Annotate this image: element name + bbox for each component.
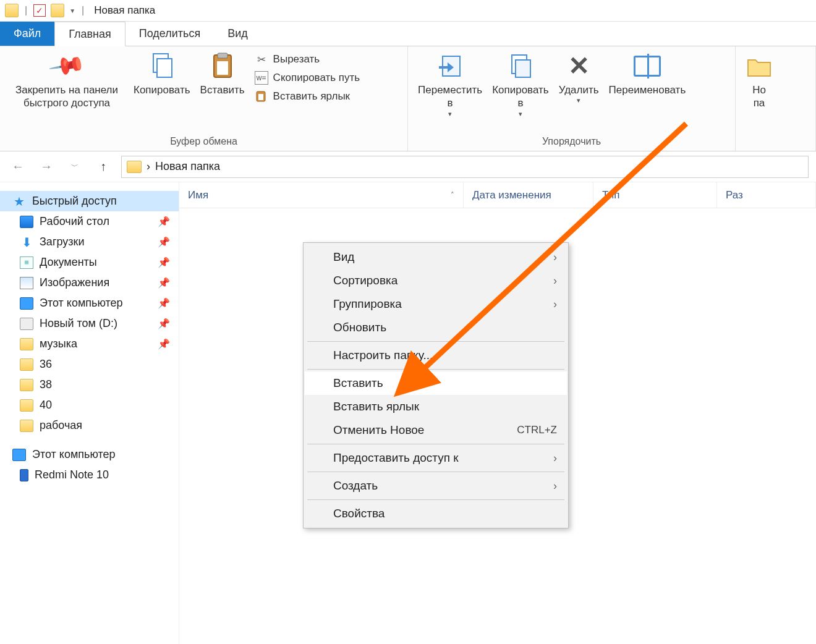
sidebar-this-pc[interactable]: Этот компьютер: [0, 444, 179, 465]
sidebar-item-this-pc-qa[interactable]: Этот компьютер 📌: [0, 293, 179, 313]
scissors-icon: ✂: [255, 53, 268, 66]
ribbon-tabs: Файл Главная Поделиться Вид: [0, 22, 816, 46]
chevron-down-icon: ▾: [448, 110, 452, 119]
qat-separator-2: |: [82, 5, 84, 16]
column-date[interactable]: Дата изменения: [464, 182, 593, 208]
sidebar-item-desktop[interactable]: Рабочий стол 📌: [0, 211, 179, 232]
pin-icon: 📌: [53, 53, 80, 80]
pc-icon: [12, 449, 26, 461]
sidebar-item-38[interactable]: 38: [0, 375, 179, 395]
move-to-button[interactable]: Переместить в ▾: [413, 50, 487, 121]
ribbon-group-organize: Переместить в ▾ Копировать в ▾ ✕ Удалить…: [408, 46, 736, 151]
sidebar-item-documents[interactable]: ≡ Документы 📌: [0, 252, 179, 273]
nav-history-dropdown[interactable]: ﹀: [64, 156, 85, 177]
copy-icon: [148, 53, 176, 80]
sidebar-item-40[interactable]: 40: [0, 395, 179, 415]
images-icon: [20, 277, 33, 289]
copy-to-button[interactable]: Копировать в ▾: [487, 50, 554, 121]
rename-button[interactable]: Переименовать: [604, 50, 691, 99]
column-type[interactable]: Тип: [593, 182, 717, 208]
chevron-down-icon: ▾: [577, 96, 580, 105]
navigation-pane: ★ Быстрый доступ Рабочий стол 📌 ⬇ Загруз…: [0, 182, 179, 644]
cm-properties[interactable]: Свойства: [305, 502, 567, 525]
svg-rect-10: [516, 60, 530, 77]
cm-paste-shortcut[interactable]: Вставить ярлык: [305, 395, 567, 418]
cm-separator: [307, 444, 564, 444]
breadcrumb-folder-icon: [127, 161, 142, 173]
folder-icon: [20, 338, 33, 350]
copy-button[interactable]: Копировать: [129, 50, 195, 99]
pin-icon: 📌: [158, 338, 170, 350]
chevron-right-icon: ›: [553, 251, 557, 264]
cm-new[interactable]: Создать ›: [305, 474, 567, 498]
svg-rect-6: [258, 94, 263, 100]
cm-refresh[interactable]: Обновить: [305, 316, 567, 339]
tab-share[interactable]: Поделиться: [125, 22, 214, 46]
chevron-right-icon: ›: [553, 480, 557, 493]
cm-group[interactable]: Группировка ›: [305, 292, 567, 316]
sidebar-item-drive-d[interactable]: Новый том (D:) 📌: [0, 313, 179, 334]
nav-up-button[interactable]: ↑: [93, 156, 114, 177]
sidebar-item-working[interactable]: рабочая: [0, 415, 179, 436]
sidebar-item-36[interactable]: 36: [0, 354, 179, 375]
clipboard-group-label: Буфер обмена: [0, 133, 407, 151]
folder-icon: [20, 420, 33, 432]
copy-to-icon: [507, 53, 534, 80]
cm-customize-folder[interactable]: Настроить папку...: [305, 344, 567, 367]
organize-group-label: Упорядочить: [408, 133, 735, 151]
tab-view[interactable]: Вид: [214, 22, 261, 46]
nav-forward-button[interactable]: →: [36, 156, 57, 177]
title-bar: | ✓ ▼ | Новая папка: [0, 0, 816, 22]
column-size[interactable]: Раз: [717, 182, 816, 208]
sort-caret-icon: ˄: [451, 191, 454, 199]
phone-icon: [20, 469, 28, 481]
column-name[interactable]: Имя ˄: [179, 182, 464, 208]
breadcrumb-current[interactable]: Новая папка: [155, 160, 220, 173]
cm-undo[interactable]: Отменить Новое CTRL+Z: [305, 418, 567, 442]
qat-folder-icon[interactable]: [51, 4, 64, 17]
paste-button[interactable]: Вставить: [195, 50, 250, 99]
cm-separator: [307, 341, 564, 342]
rename-icon: [634, 53, 661, 80]
pin-to-quick-access-button[interactable]: 📌 Закрепить на панели быстрого доступа: [5, 50, 129, 112]
paste-shortcut-icon: [255, 90, 268, 103]
document-icon: ≡: [20, 256, 33, 269]
delete-button[interactable]: ✕ Удалить ▾: [554, 50, 604, 108]
nav-back-button[interactable]: ←: [7, 156, 28, 177]
cm-sort[interactable]: Сортировка ›: [305, 269, 567, 292]
svg-rect-4: [217, 61, 228, 75]
sidebar-item-images[interactable]: Изображения 📌: [0, 273, 179, 293]
cm-separator: [307, 499, 564, 500]
window-title: Новая папка: [94, 4, 155, 17]
desktop-icon: [20, 216, 33, 228]
cm-separator: [307, 369, 564, 370]
pin-icon: 📌: [158, 297, 170, 309]
qat-separator: |: [25, 5, 27, 16]
sidebar-item-phone[interactable]: Redmi Note 10: [0, 465, 179, 485]
tab-file[interactable]: Файл: [0, 22, 54, 46]
new-folder-button[interactable]: Но па: [741, 50, 778, 112]
folder-icon: [20, 379, 33, 391]
paste-shortcut-button[interactable]: Вставить ярлык: [255, 90, 360, 103]
chevron-right-icon: ›: [553, 274, 557, 287]
sidebar-quick-access[interactable]: ★ Быстрый доступ: [0, 191, 179, 211]
sidebar-item-music[interactable]: музыка 📌: [0, 334, 179, 354]
cm-view[interactable]: Вид ›: [305, 245, 567, 269]
cm-paste[interactable]: Вставить: [305, 371, 567, 395]
download-icon: ⬇: [20, 236, 33, 248]
tab-home[interactable]: Главная: [54, 22, 125, 46]
breadcrumb[interactable]: › Новая папка: [121, 156, 809, 178]
new-folder-icon: [746, 53, 773, 80]
cm-share-access[interactable]: Предоставить доступ к ›: [305, 446, 567, 470]
breadcrumb-sep: ›: [147, 160, 150, 173]
chevron-right-icon: ›: [553, 298, 557, 311]
delete-x-icon: ✕: [565, 53, 592, 80]
sidebar-item-downloads[interactable]: ⬇ Загрузки 📌: [0, 232, 179, 252]
svg-rect-3: [218, 53, 227, 58]
copy-path-button[interactable]: w= Скопировать путь: [255, 71, 360, 85]
cut-button[interactable]: ✂ Вырезать: [255, 53, 360, 66]
qat-dropdown-icon[interactable]: ▼: [69, 7, 75, 14]
qat-properties-icon[interactable]: ✓: [33, 4, 46, 17]
svg-rect-1: [157, 59, 172, 77]
pin-icon: 📌: [158, 256, 170, 268]
